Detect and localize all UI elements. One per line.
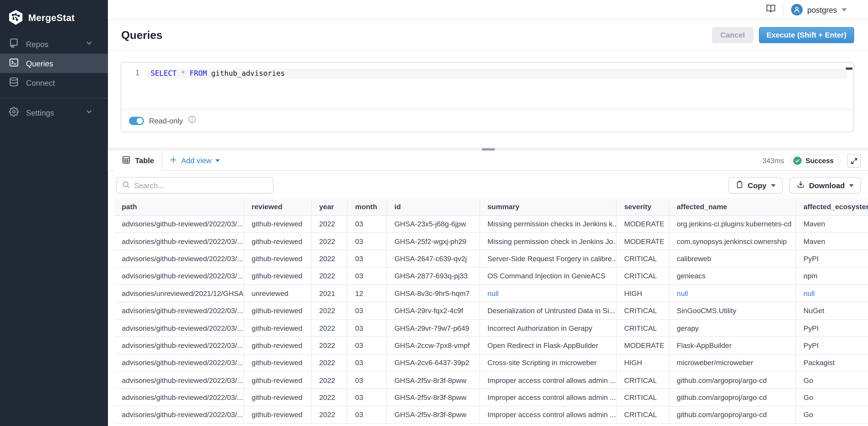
search-input[interactable] bbox=[134, 181, 268, 190]
docs-book-open-icon[interactable] bbox=[766, 4, 776, 15]
tab-table[interactable]: Table bbox=[114, 151, 162, 171]
editor-footer: Read-only bbox=[121, 109, 854, 132]
cell-summary: Deserialization of Untrusted Data in Si.… bbox=[479, 302, 616, 320]
execute-button[interactable]: Execute (Shift + Enter) bbox=[759, 27, 854, 43]
sql-keyword: FROM bbox=[189, 69, 207, 77]
cell-reviewed: github-reviewed bbox=[244, 337, 311, 354]
cell-id: GHSA-2f5v-8r3f-8pww bbox=[386, 389, 479, 406]
cell-year: 2022 bbox=[311, 267, 347, 285]
cell-affected_name: genieacs bbox=[669, 267, 796, 285]
sidebar-item-connect[interactable]: Connect bbox=[0, 73, 108, 92]
cell-id: GHSA-2647-c639-qv2j bbox=[386, 250, 479, 267]
cell-reviewed: unreviewed bbox=[244, 285, 311, 302]
book-icon bbox=[9, 38, 26, 50]
table-row: advisories/github-reviewed/2022/03/...gi… bbox=[114, 250, 868, 267]
cell-path: advisories/github-reviewed/2022/03/... bbox=[114, 406, 243, 424]
editor-scroll-indicator bbox=[846, 67, 852, 70]
cell-severity: CRITICAL bbox=[616, 302, 669, 320]
cell-summary: Incorrect Authorization in Gerapy bbox=[479, 320, 616, 337]
search-icon bbox=[122, 180, 130, 191]
cell-severity: MODERATE bbox=[616, 232, 669, 250]
sql-editor[interactable]: 1 SELECT * FROM github_advisories bbox=[121, 63, 854, 109]
cell-path: advisories/github-reviewed/2022/03/... bbox=[114, 389, 243, 406]
cell-month: 03 bbox=[347, 232, 386, 250]
cell-affected_ecosystem: null bbox=[796, 285, 868, 302]
cell-summary: Missing permission checks in Jenkins k..… bbox=[479, 215, 616, 232]
table-row: advisories/github-reviewed/2022/03/...gi… bbox=[114, 354, 868, 371]
expand-arrows-icon bbox=[850, 157, 858, 165]
readonly-toggle[interactable] bbox=[129, 117, 144, 125]
cell-severity: CRITICAL bbox=[616, 267, 669, 285]
cell-path: advisories/github-reviewed/2022/03/... bbox=[114, 354, 243, 371]
cell-summary: Improper access control allows admin ... bbox=[479, 406, 616, 424]
cell-id: GHSA-2ccw-7px8-vmpf bbox=[386, 337, 479, 354]
results-table: pathreviewedyearmonthidsummaryseverityaf… bbox=[114, 199, 868, 424]
cell-affected_ecosystem: npm bbox=[796, 267, 868, 285]
cell-path: advisories/github-reviewed/2022/03/... bbox=[114, 302, 243, 320]
column-header-affected_ecosystem: affected_ecosystem bbox=[796, 199, 868, 215]
status-badge: Success bbox=[790, 155, 840, 167]
cell-summary: Open Redirect in Flask-AppBuilder bbox=[479, 337, 616, 354]
cell-year: 2022 bbox=[311, 215, 347, 232]
cell-month: 03 bbox=[347, 406, 386, 424]
results-tabbar: Table Add view 343ms Success bbox=[108, 151, 868, 171]
terminal-icon bbox=[9, 58, 26, 69]
cell-reviewed: github-reviewed bbox=[244, 371, 311, 389]
sidebar-item-queries[interactable]: Queries bbox=[0, 54, 108, 73]
cell-summary: Missing permission check in Jenkins Jo..… bbox=[479, 232, 616, 250]
sql-table-name: github_advisories bbox=[211, 69, 285, 77]
cell-id: GHSA-29rv-fqx2-4c9f bbox=[386, 302, 479, 320]
cell-summary: Improper access control allows admin ... bbox=[479, 389, 616, 406]
cell-year: 2022 bbox=[311, 406, 347, 424]
cell-month: 03 bbox=[347, 389, 386, 406]
cell-reviewed: github-reviewed bbox=[244, 215, 311, 232]
caret-down-icon bbox=[849, 184, 854, 187]
search-box bbox=[116, 177, 274, 194]
cell-month: 03 bbox=[347, 354, 386, 371]
check-circle-icon bbox=[794, 157, 802, 165]
cell-path: advisories/github-reviewed/2022/03/... bbox=[114, 267, 243, 285]
table-row: advisories/github-reviewed/2022/03/...gi… bbox=[114, 337, 868, 354]
cell-reviewed: github-reviewed bbox=[244, 320, 311, 337]
download-button[interactable]: Download bbox=[789, 177, 861, 194]
table-row: advisories/github-reviewed/2022/03/...gi… bbox=[114, 215, 868, 232]
column-header-reviewed: reviewed bbox=[244, 199, 311, 215]
table-header-row: pathreviewedyearmonthidsummaryseverityaf… bbox=[114, 199, 868, 215]
sidebar-item-repos[interactable]: Repos bbox=[0, 34, 108, 54]
cell-id: GHSA-2f5v-8r3f-8pww bbox=[386, 371, 479, 389]
cell-affected_name: com.synopsys.jenkinsci:ownership bbox=[669, 232, 796, 250]
cell-path: advisories/github-reviewed/2022/03/... bbox=[114, 232, 243, 250]
user-avatar-icon bbox=[791, 4, 803, 15]
cell-month: 03 bbox=[347, 337, 386, 354]
cell-affected_ecosystem: PyPI bbox=[796, 250, 868, 267]
add-view-button[interactable]: Add view bbox=[169, 156, 220, 165]
cell-affected_name: org.jenkins-ci.plugins:kubernetes-cd bbox=[669, 215, 796, 232]
resize-handle[interactable] bbox=[481, 148, 495, 150]
sidebar-item-settings[interactable]: Settings bbox=[0, 103, 108, 122]
cell-month: 03 bbox=[347, 215, 386, 232]
table-row: advisories/github-reviewed/2022/03/...gi… bbox=[114, 371, 868, 389]
cell-year: 2021 bbox=[311, 285, 347, 302]
brand-link[interactable]: MergeStat bbox=[0, 0, 108, 29]
sql-code-line: SELECT * FROM github_advisories bbox=[147, 68, 847, 78]
cell-summary: Cross-site Scripting in microweber bbox=[479, 354, 616, 371]
cancel-button[interactable]: Cancel bbox=[712, 27, 753, 43]
cell-month: 03 bbox=[347, 250, 386, 267]
cell-month: 03 bbox=[347, 267, 386, 285]
download-icon bbox=[796, 180, 805, 190]
sql-editor-card: 1 SELECT * FROM github_advisories Read-o… bbox=[121, 62, 854, 132]
mergestat-logo-icon bbox=[8, 9, 23, 27]
cell-affected_ecosystem: PyPI bbox=[796, 320, 868, 337]
user-menu[interactable]: postgres bbox=[791, 4, 847, 15]
cell-summary: Server-Side Request Forgery in calibre..… bbox=[479, 250, 616, 267]
cell-severity: CRITICAL bbox=[616, 250, 669, 267]
copy-button[interactable]: Copy bbox=[728, 177, 782, 194]
table-row: advisories/github-reviewed/2022/03/...gi… bbox=[114, 232, 868, 250]
cell-affected_name: github.com/argoproj/argo-cd bbox=[669, 389, 796, 406]
cell-severity: MODERATE bbox=[616, 215, 669, 232]
sidebar-divider bbox=[0, 98, 108, 99]
fullscreen-button[interactable] bbox=[847, 154, 861, 168]
cell-severity: CRITICAL bbox=[616, 389, 669, 406]
cell-summary: OS Command Injection in GenieACS bbox=[479, 267, 616, 285]
gear-icon bbox=[9, 107, 26, 119]
